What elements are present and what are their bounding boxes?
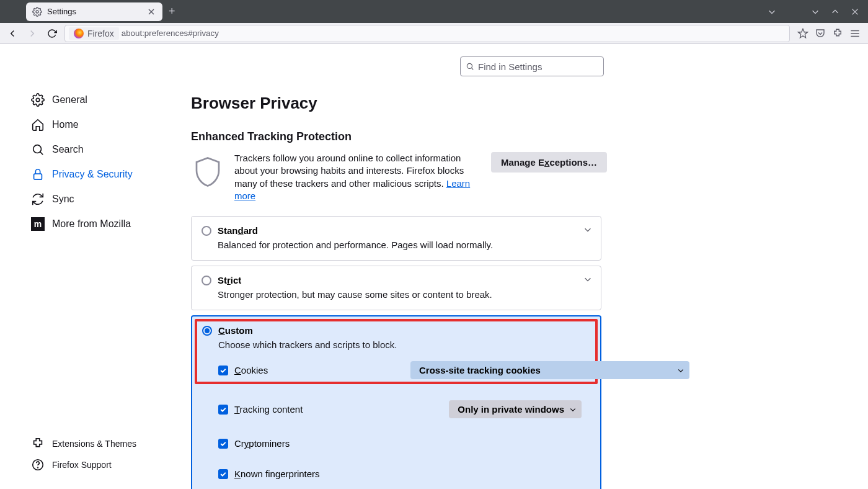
home-icon bbox=[31, 118, 45, 132]
mozilla-icon: m bbox=[31, 217, 45, 231]
chevron-down-icon bbox=[677, 367, 684, 374]
sidebar-item-label: Search bbox=[52, 144, 84, 155]
pocket-icon[interactable] bbox=[815, 28, 826, 39]
shield-icon bbox=[191, 152, 224, 192]
sidebar-item-extensions[interactable]: Extensions & Themes bbox=[27, 433, 180, 454]
sidebar-item-sync[interactable]: Sync bbox=[27, 187, 180, 212]
sidebar-item-home[interactable]: Home bbox=[27, 112, 180, 137]
etp-card-standard[interactable]: Standard Balanced for protection and per… bbox=[191, 216, 601, 261]
svg-point-2 bbox=[33, 145, 42, 153]
chevron-down-icon[interactable] bbox=[583, 275, 592, 284]
etp-card-strict[interactable]: Strict Stronger protection, but may caus… bbox=[191, 266, 601, 310]
svg-point-0 bbox=[36, 11, 38, 13]
preferences-sidebar: General Home Search Privacy & Security S… bbox=[0, 44, 180, 489]
menu-icon[interactable] bbox=[849, 28, 861, 39]
svg-rect-3 bbox=[34, 174, 42, 179]
forward-button[interactable] bbox=[25, 26, 40, 41]
card-desc: Balanced for protection and performance.… bbox=[218, 240, 591, 250]
gear-icon bbox=[31, 93, 45, 107]
browser-titlebar: Settings + bbox=[0, 0, 868, 23]
checkbox-tracking[interactable] bbox=[218, 405, 228, 415]
reload-button[interactable] bbox=[45, 26, 60, 41]
cookies-select[interactable]: Cross-site tracking cookies bbox=[410, 361, 689, 379]
star-icon[interactable] bbox=[797, 28, 808, 39]
page-title: Browser Privacy bbox=[191, 94, 868, 113]
window-controls bbox=[768, 7, 864, 16]
sidebar-item-label: Sync bbox=[52, 194, 74, 205]
svg-point-1 bbox=[36, 98, 40, 102]
chevron-down-icon[interactable] bbox=[811, 7, 820, 16]
window-close-icon[interactable] bbox=[851, 7, 859, 16]
checkbox-fingerprinters[interactable] bbox=[218, 469, 228, 479]
sidebar-item-general[interactable]: General bbox=[27, 87, 180, 112]
sidebar-item-label: More from Mozilla bbox=[52, 218, 131, 230]
url-input[interactable] bbox=[122, 29, 786, 38]
settings-search[interactable]: Find in Settings bbox=[460, 56, 604, 76]
tracking-select[interactable]: Only in private windows bbox=[449, 400, 582, 418]
identity-box[interactable]: Firefox bbox=[69, 27, 119, 40]
sidebar-item-label: Firefox Support bbox=[52, 460, 112, 470]
chevron-down-icon[interactable] bbox=[583, 225, 592, 234]
radio-standard[interactable] bbox=[202, 226, 211, 236]
sidebar-item-mozilla[interactable]: m More from Mozilla bbox=[27, 212, 180, 236]
card-desc: Choose which trackers and scripts to blo… bbox=[218, 339, 590, 350]
sidebar-item-search[interactable]: Search bbox=[27, 137, 180, 162]
help-icon bbox=[31, 458, 45, 472]
etp-description: Trackers follow you around online to col… bbox=[234, 152, 476, 202]
firefox-icon bbox=[74, 29, 84, 38]
preferences-main: Find in Settings Browser Privacy Enhance… bbox=[180, 44, 868, 489]
back-button[interactable] bbox=[5, 26, 20, 41]
identity-label: Firefox bbox=[87, 29, 114, 38]
sidebar-item-label: Home bbox=[52, 119, 79, 130]
svg-point-6 bbox=[467, 63, 472, 68]
radio-custom[interactable] bbox=[202, 326, 212, 336]
section-heading: Enhanced Tracking Protection bbox=[191, 130, 868, 143]
sidebar-item-label: Privacy & Security bbox=[52, 169, 133, 180]
sidebar-item-support[interactable]: Firefox Support bbox=[27, 454, 180, 475]
chevron-up-icon[interactable] bbox=[831, 7, 839, 16]
sidebar-item-label: General bbox=[52, 94, 87, 105]
browser-tab[interactable]: Settings bbox=[26, 2, 162, 21]
checkbox-cookies[interactable] bbox=[218, 366, 228, 375]
card-desc: Stronger protection, but may cause some … bbox=[218, 289, 591, 300]
tab-title: Settings bbox=[47, 7, 141, 16]
sidebar-item-label: Extensions & Themes bbox=[52, 439, 136, 449]
url-bar[interactable]: Firefox bbox=[64, 25, 790, 42]
lock-icon bbox=[31, 168, 45, 181]
gear-icon bbox=[32, 7, 42, 17]
svg-point-5 bbox=[38, 467, 38, 468]
chevron-down-icon[interactable] bbox=[768, 7, 776, 16]
option-cryptominers-label: Cryptominers bbox=[234, 438, 290, 449]
search-icon bbox=[31, 143, 45, 156]
option-tracking-label: Tracking content bbox=[234, 404, 303, 415]
puzzle-icon bbox=[31, 437, 45, 451]
option-fingerprinters-label: Known fingerprinters bbox=[234, 469, 320, 479]
sidebar-item-privacy[interactable]: Privacy & Security bbox=[27, 162, 180, 187]
sync-icon bbox=[31, 192, 45, 206]
browser-toolbar: Firefox bbox=[0, 23, 868, 44]
checkbox-cryptominers[interactable] bbox=[218, 439, 228, 449]
option-cookies-label: Cookies bbox=[234, 365, 268, 375]
preferences-page: General Home Search Privacy & Security S… bbox=[0, 44, 868, 489]
chevron-down-icon bbox=[569, 406, 577, 413]
search-icon bbox=[466, 62, 474, 71]
new-tab-button[interactable]: + bbox=[169, 5, 175, 18]
radio-strict[interactable] bbox=[202, 276, 211, 285]
extensions-icon[interactable] bbox=[832, 28, 843, 39]
manage-exceptions-button[interactable]: Manage Exceptions… bbox=[491, 152, 607, 173]
etp-card-custom[interactable]: Custom Choose which trackers and scripts… bbox=[191, 315, 601, 489]
search-placeholder: Find in Settings bbox=[478, 61, 542, 72]
close-icon[interactable] bbox=[146, 7, 156, 17]
